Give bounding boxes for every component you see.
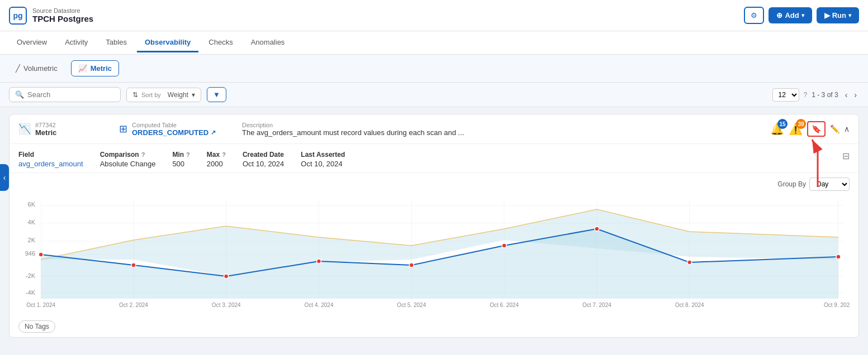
filter-button[interactable]: ▼ <box>207 87 226 102</box>
header-right: ⚙ ⊕ Add ▾ ▶ Run ▾ <box>744 7 859 24</box>
group-by-label: Group By <box>777 180 806 188</box>
description-label: Description <box>242 122 759 128</box>
metric-card: 📉 #77342 Metric ⊞ Computed Table ORDERS_… <box>9 114 859 338</box>
tags-footer: No Tags <box>10 316 858 337</box>
page-size-select[interactable]: 12 24 48 <box>772 88 799 102</box>
svg-point-28 <box>502 243 506 248</box>
bookmark-icon: 🔖 <box>812 124 821 133</box>
max-help-icon[interactable]: ? <box>222 151 226 158</box>
metric-type: Metric <box>35 128 56 137</box>
sort-icon: ⇅ <box>132 91 138 99</box>
svg-text:Oct 2, 2024: Oct 2, 2024 <box>119 302 148 307</box>
db-name: TPCH Postgres <box>32 14 93 23</box>
svg-point-30 <box>687 260 692 265</box>
collapse-button[interactable]: ∧ <box>844 124 850 133</box>
app-header: pg Source Datastore TPCH Postgres ⚙ ⊕ Ad… <box>0 0 868 31</box>
svg-point-25 <box>224 274 229 279</box>
metric-chart: 6K 4K 2K 946 -2K -4K <box>18 195 850 307</box>
svg-text:Oct 5, 2024: Oct 5, 2024 <box>397 302 426 307</box>
alerts-badge[interactable]: ⚠️ 39 <box>789 122 803 136</box>
svg-point-29 <box>595 227 599 231</box>
min-help-icon[interactable]: ? <box>186 151 190 158</box>
plus-icon: ⊕ <box>776 11 782 20</box>
detail-settings-button[interactable]: ⊟ <box>842 151 850 161</box>
toolbar: 🔍 ⇅ Sort by Weight ▾ ▼ 12 24 48 ? 1 - 3 … <box>0 83 868 107</box>
created-date-col: Created Date Oct 10, 2024 <box>243 151 284 168</box>
tab-tables[interactable]: Tables <box>98 33 135 52</box>
sub-nav: ╱ Volumetric 📈 Metric <box>0 55 868 83</box>
svg-text:2K: 2K <box>28 237 36 243</box>
svg-text:Oct 6, 2024: Oct 6, 2024 <box>490 302 519 307</box>
settings-button[interactable]: ⚙ <box>744 7 764 24</box>
comparison-value: Absolute Change <box>100 160 156 168</box>
comparison-label: Comparison ? <box>100 151 156 159</box>
table-icon: ⊞ <box>119 123 127 135</box>
min-label: Min ? <box>172 151 189 159</box>
prev-page-button[interactable]: ‹ <box>843 89 850 100</box>
source-label: Source Datastore <box>32 7 93 14</box>
computed-table-name: ORDERS_COMPUTED ↗ <box>132 128 216 137</box>
filter-icon: ▼ <box>213 90 220 99</box>
play-icon: ▶ <box>824 11 830 20</box>
bookmark-button[interactable]: 🔖 <box>807 121 826 137</box>
search-icon: 🔍 <box>15 90 24 99</box>
svg-point-27 <box>409 263 414 267</box>
logo-icon: pg <box>9 7 27 25</box>
run-button[interactable]: ▶ Run ▾ <box>817 7 859 23</box>
chevron-left-icon: ‹ <box>3 173 6 182</box>
tab-activity[interactable]: Activity <box>57 33 96 52</box>
svg-point-24 <box>131 263 136 267</box>
tab-observability[interactable]: Observability <box>137 33 198 52</box>
toolbar-right: 12 24 48 ? 1 - 3 of 3 ‹ › <box>772 88 859 102</box>
external-link-icon: ↗ <box>211 129 216 136</box>
card-actions: 🔔 15 ⚠️ 39 🔖 ✏️ ∧ <box>770 121 850 137</box>
tab-anomalies[interactable]: Anomalies <box>243 33 293 52</box>
last-asserted-label: Last Asserted <box>301 151 345 159</box>
add-button[interactable]: ⊕ Add ▾ <box>769 7 812 23</box>
help-icon: ? <box>804 91 808 99</box>
description-text: The avg_orders_amount must record values… <box>242 128 759 137</box>
sort-chevron-icon: ▾ <box>192 91 195 99</box>
tab-checks[interactable]: Checks <box>201 33 240 52</box>
metric-card-header: 📉 #77342 Metric ⊞ Computed Table ORDERS_… <box>10 114 858 144</box>
svg-text:Oct 8, 2024: Oct 8, 2024 <box>675 302 704 307</box>
svg-text:Oct 9, 2024: Oct 9, 2024 <box>824 302 850 307</box>
pagination: ‹ › <box>843 89 859 100</box>
sort-select[interactable]: ⇅ Sort by Weight ▾ <box>126 88 201 102</box>
computed-table-section: ⊞ Computed Table ORDERS_COMPUTED ↗ <box>119 122 231 137</box>
max-col: Max ? 2000 <box>207 151 226 168</box>
metric-id-section: 📉 #77342 Metric <box>18 122 108 137</box>
search-input[interactable] <box>27 90 115 99</box>
comparison-col: Comparison ? Absolute Change <box>100 151 156 168</box>
next-page-button[interactable]: › <box>852 89 859 100</box>
min-col: Min ? 500 <box>172 151 189 168</box>
subnav-metric[interactable]: 📈 Metric <box>71 60 119 76</box>
description-section: Description The avg_orders_amount must r… <box>242 122 759 137</box>
svg-text:6K: 6K <box>28 201 36 208</box>
edit-button[interactable]: ✏️ <box>830 124 839 133</box>
pagination-text: 1 - 3 of 3 <box>812 91 838 99</box>
min-value: 500 <box>172 160 189 168</box>
svg-text:-2K: -2K <box>26 272 36 279</box>
notifications-badge[interactable]: 🔔 15 <box>770 122 784 136</box>
comparison-help-icon[interactable]: ? <box>141 151 145 158</box>
tab-overview[interactable]: Overview <box>9 33 55 52</box>
search-box: 🔍 <box>9 87 121 102</box>
side-collapse-button[interactable]: ‹ <box>0 164 9 191</box>
field-label: Field <box>18 151 83 159</box>
nav-tabs: Overview Activity Tables Observability C… <box>0 31 868 55</box>
metric-icon: 📈 <box>78 64 87 73</box>
header-left: pg Source Datastore TPCH Postgres <box>9 7 93 25</box>
subnav-volumetric[interactable]: ╱ Volumetric <box>9 61 64 76</box>
group-by-select[interactable]: Day Week Month <box>809 178 850 191</box>
svg-text:946: 946 <box>25 250 35 257</box>
metric-detail-row: Field avg_orders_amount Comparison ? Abs… <box>10 144 858 173</box>
last-asserted-value: Oct 10, 2024 <box>301 160 345 168</box>
svg-text:Oct 3, 2024: Oct 3, 2024 <box>212 302 241 307</box>
line-chart-icon: ╱ <box>16 64 20 73</box>
no-tags-button[interactable]: No Tags <box>18 320 55 333</box>
svg-point-23 <box>39 252 43 257</box>
sliders-icon: ⊟ <box>842 151 850 161</box>
chevron-up-icon: ∧ <box>844 124 850 133</box>
header-title: Source Datastore TPCH Postgres <box>32 7 93 23</box>
